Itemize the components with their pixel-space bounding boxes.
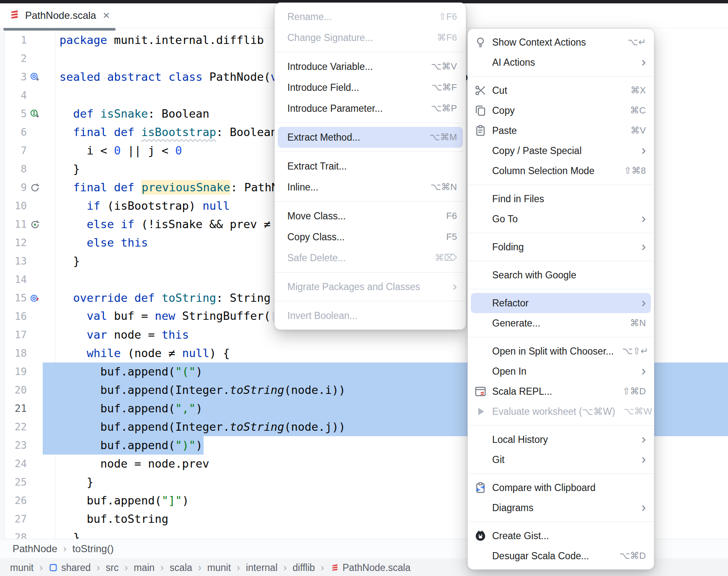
menu-item-show-context-actions[interactable]: Show Context Actions⌥↵ xyxy=(471,32,651,52)
gutter-cell xyxy=(27,436,43,455)
menu-icon-placeholder xyxy=(474,549,487,563)
path-item-shared[interactable]: shared xyxy=(49,562,90,573)
menu-item-local-history[interactable]: Local History› xyxy=(471,429,651,450)
menu-item-introduce-variable[interactable]: Introduce Variable...⌥⌘V xyxy=(278,56,463,77)
implemented-icon[interactable] xyxy=(27,105,43,123)
menu-item-generate[interactable]: Generate...⌘N xyxy=(471,313,651,333)
menu-item-extract-trait[interactable]: Extract Trait... xyxy=(278,156,463,177)
menu-item-shortcut: ⌥↵ xyxy=(627,37,646,48)
menu-item-copy[interactable]: Copy⌘C xyxy=(471,100,651,121)
path-separator-icon: › xyxy=(124,562,128,573)
menu-item-change-signature: Change Signature...⌘F6 xyxy=(278,27,463,48)
menu-icon-placeholder xyxy=(474,212,487,226)
path-item-scala[interactable]: scala xyxy=(170,562,192,573)
menu-icon-placeholder xyxy=(474,192,487,206)
menu-item-label: Invert Boolean... xyxy=(287,310,358,321)
path-item-internal[interactable]: internal xyxy=(246,562,277,573)
path-item-difflib[interactable]: difflib xyxy=(293,562,315,573)
tab-pathnode-scala[interactable]: PathNode.scala × xyxy=(3,3,116,28)
menu-item-label: Diagrams xyxy=(492,502,533,514)
menu-item-introduce-field[interactable]: Introduce Field...⌥⌘F xyxy=(278,77,463,98)
menu-separator xyxy=(275,272,465,273)
recursive-call-icon[interactable] xyxy=(27,215,43,234)
menu-item-open-in[interactable]: Open In› xyxy=(471,361,651,381)
menu-item-label: Search with Google xyxy=(492,270,576,281)
menu-item-label: Extract Method... xyxy=(287,132,360,143)
menu-item-find-in-files[interactable]: Find in Files xyxy=(471,189,651,209)
gutter-cell xyxy=(27,473,43,491)
menu-icon-placeholder xyxy=(474,365,487,378)
menu-item-label: Open In xyxy=(492,366,527,377)
menu-item-folding[interactable]: Folding› xyxy=(471,237,651,257)
menu-item-refactor[interactable]: Refactor› xyxy=(471,293,651,313)
menu-icon-placeholder xyxy=(474,433,487,446)
path-separator-icon: › xyxy=(237,562,240,573)
menu-item-introduce-parameter[interactable]: Introduce Parameter...⌥⌘P xyxy=(278,98,463,119)
menu-item-open-in-split-with-chooser[interactable]: Open in Split with Chooser...⌥⇧↵ xyxy=(471,341,651,361)
menu-item-inline[interactable]: Inline...⌥⌘N xyxy=(278,177,463,198)
menu-separator xyxy=(275,52,465,52)
breadcrumb-item-pathnode[interactable]: PathNode xyxy=(13,543,57,555)
menu-separator xyxy=(468,261,653,261)
path-separator-icon: › xyxy=(284,562,287,573)
override-icon[interactable] xyxy=(27,289,43,307)
menu-item-copy-class[interactable]: Copy Class...F5 xyxy=(278,226,463,247)
path-item-src[interactable]: src xyxy=(106,562,119,573)
subclassed-icon[interactable] xyxy=(27,68,43,86)
path-item-munit[interactable]: munit xyxy=(10,562,34,573)
github-icon xyxy=(474,529,487,543)
code-text: buf.append(")") xyxy=(59,436,202,455)
menu-item-ai-actions[interactable]: AI Actions› xyxy=(471,52,651,72)
menu-item-search-with-google[interactable]: Search with Google xyxy=(471,265,651,285)
breadcrumb-item-tostring[interactable]: toString() xyxy=(72,543,114,555)
path-item-label: main xyxy=(134,562,155,573)
gutter-cell xyxy=(27,399,43,418)
code-text: buf.append(Integer.toString(node.j)) xyxy=(59,418,346,436)
menu-item-label: Open in Split with Chooser... xyxy=(492,346,614,357)
menu-separator xyxy=(468,425,653,426)
menu-item-shortcut: ⌥⌘N xyxy=(431,182,457,193)
menu-item-git[interactable]: Git› xyxy=(471,450,651,470)
gutter-cell xyxy=(27,141,43,160)
menu-item-copy-paste-special[interactable]: Copy / Paste Special› xyxy=(471,141,651,161)
recursion-icon[interactable] xyxy=(27,178,43,197)
menu-separator xyxy=(275,301,465,301)
gutter-cell xyxy=(27,491,43,510)
menu-item-label: Refactor xyxy=(492,298,529,309)
menu-icon-placeholder xyxy=(474,56,487,69)
menu-item-compare-with-clipboard[interactable]: Compare with Clipboard xyxy=(471,478,651,498)
menu-icon-placeholder xyxy=(474,453,487,466)
code-text: package munit.internal.difflib xyxy=(59,31,264,49)
menu-item-go-to[interactable]: Go To› xyxy=(471,209,651,229)
path-item-munit[interactable]: munit xyxy=(207,562,231,573)
menu-item-desugar-scala-code[interactable]: Desugar Scala Code...⌥⌘D xyxy=(471,546,651,566)
menu-item-create-gist[interactable]: Create Gist... xyxy=(471,526,651,546)
code-text: i < 0 || j < 0 xyxy=(59,141,182,160)
menu-item-shortcut: ⌘N xyxy=(630,318,646,329)
menu-item-extract-method[interactable]: Extract Method...⌥⌘M xyxy=(278,127,463,148)
menu-item-scala-repl[interactable]: Scala REPL...⇧⌘D xyxy=(471,381,651,401)
gutter-cell xyxy=(27,363,43,381)
menu-item-label: Compare with Clipboard xyxy=(492,482,596,494)
path-item-label: munit xyxy=(10,562,34,573)
menu-item-diagrams[interactable]: Diagrams› xyxy=(471,498,651,518)
tab-title: PathNode.scala xyxy=(25,10,96,21)
path-item-pathnode-scala[interactable]: PathNode.scala xyxy=(330,562,410,573)
menu-separator xyxy=(275,123,465,123)
tab-close-icon[interactable]: × xyxy=(103,10,109,21)
menu-item-shortcut: ⌥⌘D xyxy=(620,550,646,561)
menu-item-shortcut: ⌘⌦ xyxy=(435,252,457,263)
menu-item-cut[interactable]: Cut⌘X xyxy=(471,80,651,100)
menu-icon-placeholder xyxy=(474,268,487,282)
gutter-cell xyxy=(27,123,43,141)
path-item-main[interactable]: main xyxy=(134,562,155,573)
gutter-cell xyxy=(27,234,43,252)
module-icon xyxy=(49,563,58,572)
menu-item-label: Copy / Paste Special xyxy=(492,145,582,157)
gutter-cell xyxy=(27,326,43,344)
menu-item-column-selection-mode[interactable]: Column Selection Mode⇧⌘8 xyxy=(471,161,651,181)
compare-clipboard-icon xyxy=(474,481,487,494)
gutter-cell xyxy=(27,86,43,105)
menu-item-move-class[interactable]: Move Class...F6 xyxy=(278,206,463,226)
menu-item-paste[interactable]: Paste⌘V xyxy=(471,121,651,141)
